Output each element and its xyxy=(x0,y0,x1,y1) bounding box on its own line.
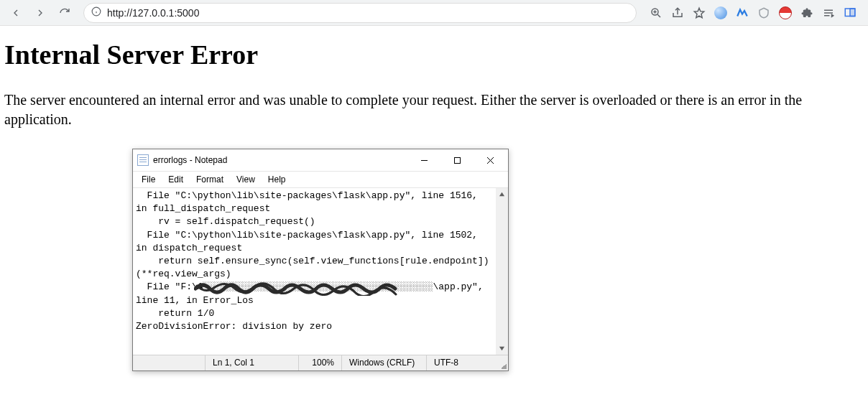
url-text: http://127.0.0.1:5000 xyxy=(107,7,199,19)
error-description: The server encountered an internal error… xyxy=(4,90,864,129)
page-content: Internal Server Error The server encount… xyxy=(0,26,868,129)
toolbar-right xyxy=(650,6,862,19)
extension-icon-3[interactable] xyxy=(757,6,770,19)
reading-list-icon[interactable] xyxy=(822,6,835,19)
menu-format[interactable]: Format xyxy=(190,173,229,186)
svg-rect-12 xyxy=(850,9,855,17)
menu-edit[interactable]: Edit xyxy=(162,173,189,186)
back-button[interactable] xyxy=(6,3,26,23)
notepad-body: File "C:\python\lib\site-packages\flask\… xyxy=(133,188,508,355)
bookmark-star-icon[interactable] xyxy=(693,6,706,19)
notepad-title-text: errorlogs - Notepad xyxy=(153,155,227,165)
svg-marker-7 xyxy=(694,8,704,18)
close-button[interactable] xyxy=(474,150,507,170)
reload-button[interactable] xyxy=(55,3,75,23)
page-title: Internal Server Error xyxy=(4,39,864,70)
resize-grip-icon[interactable] xyxy=(495,355,508,370)
extension-icon-1[interactable] xyxy=(714,6,727,19)
status-zoom: 100% xyxy=(298,355,341,370)
site-info-icon[interactable] xyxy=(91,6,101,19)
scroll-up-arrow-icon[interactable] xyxy=(496,188,508,200)
extensions-puzzle-icon[interactable] xyxy=(800,6,813,19)
notepad-title-bar[interactable]: errorlogs - Notepad xyxy=(133,149,508,171)
scroll-down-arrow-icon[interactable] xyxy=(496,342,508,355)
minimize-button[interactable] xyxy=(407,150,440,170)
notepad-app-icon xyxy=(137,154,149,166)
menu-help[interactable]: Help xyxy=(262,173,292,186)
address-bar[interactable]: http://127.0.0.1:5000 xyxy=(83,3,637,23)
notepad-window: errorlogs - Notepad File Edit Format Vie… xyxy=(132,149,509,371)
menu-file[interactable]: File xyxy=(136,173,161,186)
notepad-scrollbar[interactable] xyxy=(496,188,508,355)
status-encoding: UTF-8 xyxy=(426,355,484,370)
status-cursor-position: Ln 1, Col 1 xyxy=(205,355,298,370)
menu-view[interactable]: View xyxy=(231,173,261,186)
extension-icon-2[interactable] xyxy=(736,6,749,19)
status-empty-cell xyxy=(133,355,205,370)
status-line-ending: Windows (CRLF) xyxy=(341,355,426,370)
svg-line-4 xyxy=(657,14,660,17)
extension-icon-4[interactable] xyxy=(779,6,792,19)
notepad-text-area[interactable]: File "C:\python\lib\site-packages\flask\… xyxy=(133,188,496,355)
notepad-status-bar: Ln 1, Col 1 100% Windows (CRLF) UTF-8 xyxy=(133,355,508,370)
notepad-menu-bar: File Edit Format View Help xyxy=(133,171,508,188)
browser-toolbar: http://127.0.0.1:5000 xyxy=(0,0,868,26)
svg-rect-14 xyxy=(454,157,460,163)
share-icon[interactable] xyxy=(671,6,684,19)
devtools-icon[interactable] xyxy=(844,6,857,19)
maximize-button[interactable] xyxy=(440,150,474,170)
forward-button[interactable] xyxy=(30,3,50,23)
zoom-icon[interactable] xyxy=(650,6,662,19)
